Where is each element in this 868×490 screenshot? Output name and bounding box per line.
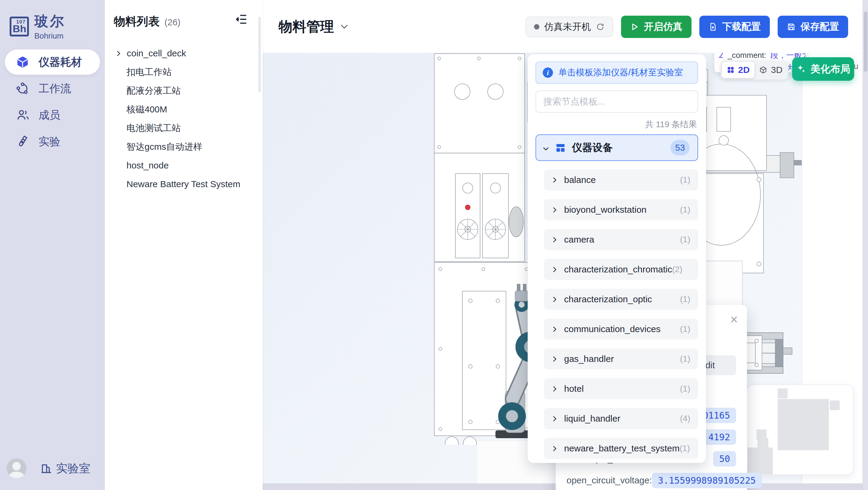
template-item-neware-battery-test-system[interactable]: neware_battery_test_system (1) (544, 438, 698, 459)
material-item[interactable]: 核磁400M (105, 100, 262, 119)
hint-banner: i 单击模板添加仪器/耗材至实验室 (535, 61, 698, 84)
template-item-camera[interactable]: camera (1) (544, 229, 698, 250)
grid-2d-icon (727, 66, 735, 74)
sidebar-item-instruments[interactable]: 仪器耗材 (5, 50, 100, 75)
data-value: 4192 (702, 429, 736, 445)
template-item-hotel[interactable]: hotel (1) (544, 378, 698, 399)
status-label: 仿真未开机 (544, 21, 591, 33)
sidebar-nav: 仪器耗材 工作流 成员 (0, 50, 105, 155)
sidebar-item-members[interactable]: 成员 (5, 103, 100, 128)
data-value: 3.1559998989105225 (652, 473, 762, 488)
toggle-3d-label: 3D (771, 65, 782, 75)
main-area: 物料管理 仿真未开机 开启仿真 (262, 0, 868, 490)
materials-list: coin_cell_deck 扣电工作站 配液分液工站 核磁400M 电池测试工… (105, 44, 262, 194)
chevron-down-icon (341, 22, 348, 29)
template-item-balance[interactable]: balance (1) (544, 169, 698, 191)
brand-name-zh: 玻尔 (34, 12, 66, 31)
results-count: 共 119 条结果 (535, 119, 697, 130)
save-config-button[interactable]: 保存配置 (778, 16, 848, 38)
logo-symbol: Bh (13, 23, 26, 35)
building-icon (40, 462, 53, 474)
start-simulation-button[interactable]: 开启仿真 (621, 16, 691, 38)
workflow-icon (16, 82, 30, 95)
tooltip-index: 2 (719, 53, 723, 61)
chevron-right-icon (551, 267, 556, 272)
sidebar-item-label: 工作流 (38, 81, 71, 96)
data-row: open_circuit_voltage: 3.1559998989105225 (566, 472, 736, 488)
template-item-gas-handler[interactable]: gas_handler (1) (544, 348, 698, 370)
sidebar-item-experiments[interactable]: 实验 (5, 129, 100, 154)
category-count-badge: 53 (671, 140, 690, 155)
page-title: 物料管理 (279, 18, 334, 36)
user-avatar[interactable] (7, 458, 27, 478)
chevron-right-icon (551, 177, 556, 183)
beautify-label: 美化布局 (810, 62, 850, 76)
data-label: open_circuit_voltage: (566, 475, 652, 486)
materials-title: 物料列表 (114, 14, 160, 29)
panel-scrollbar[interactable] (258, 17, 261, 92)
chevron-right-icon (551, 207, 556, 212)
chevron-right-icon (115, 51, 120, 56)
template-search-input[interactable] (535, 90, 698, 113)
play-icon (630, 22, 639, 31)
category-instruments[interactable]: 仪器设备 53 (535, 135, 698, 161)
materials-count: (26) (164, 17, 180, 27)
lab-switcher[interactable]: 实验室 (40, 461, 90, 476)
top-toolbar: 物料管理 仿真未开机 开启仿真 (262, 0, 868, 53)
cube-icon (16, 55, 30, 69)
sparkles-icon (796, 64, 806, 74)
template-list: balance (1) bioyond_workstation (1) came… (544, 169, 698, 459)
material-item[interactable]: host_node (105, 156, 262, 175)
sidebar-item-label: 成员 (38, 108, 60, 123)
chevron-right-icon (551, 237, 556, 242)
material-item-coin-cell-deck[interactable]: coin_cell_deck (105, 44, 262, 63)
refresh-icon[interactable] (596, 22, 605, 31)
download-config-button[interactable]: 下载配置 (699, 16, 770, 38)
cube-3d-icon (759, 66, 767, 74)
material-label: coin_cell_deck (127, 48, 186, 58)
scrollbar-thumb[interactable] (864, 11, 867, 72)
chevron-right-icon (551, 326, 556, 332)
template-item-characterization-chromatic[interactable]: characterization_chromatic (2) (544, 259, 698, 280)
save-icon (787, 22, 796, 31)
hint-text: 单击模板添加仪器/耗材至实验室 (558, 66, 683, 79)
sidebar-item-workflow[interactable]: 工作流 (5, 76, 100, 101)
sidebar-footer: 实验室 (0, 456, 105, 481)
toggle-2d[interactable]: 2D (722, 62, 754, 78)
layout-minimap[interactable] (746, 384, 854, 475)
chevron-right-icon (551, 446, 556, 451)
info-icon: i (543, 67, 553, 78)
material-item[interactable]: Neware Battery Test System (105, 175, 262, 194)
close-icon[interactable]: × (730, 313, 738, 326)
sidebar-item-label: 仪器耗材 (38, 55, 82, 69)
page-title-dropdown[interactable]: 物料管理 (279, 18, 347, 36)
simulation-status-pill[interactable]: 仿真未开机 (526, 17, 613, 37)
beautify-layout-button[interactable]: 美化布局 (792, 57, 854, 81)
category-label: 仪器设备 (572, 141, 613, 154)
file-download-icon (708, 22, 717, 31)
material-label: 电池测试工站 (126, 122, 181, 135)
brand-logo: 107 Bh 玻尔 Bohrium (10, 12, 66, 41)
chevron-right-icon (551, 296, 556, 302)
material-item[interactable]: 电池测试工站 (105, 119, 262, 137)
material-item[interactable]: 扣电工作站 (105, 63, 262, 81)
red-indicator (465, 205, 470, 210)
template-item-bioyond-workstation[interactable]: bioyond_workstation (1) (544, 199, 698, 220)
data-value: 50 (713, 451, 736, 466)
material-label: 智达gcms自动进样 (126, 141, 203, 153)
template-item-characterization-optic[interactable]: characterization_optic (1) (544, 289, 698, 310)
download-label: 下载配置 (722, 20, 761, 33)
start-label: 开启仿真 (644, 20, 682, 33)
chevron-right-icon (551, 356, 556, 362)
page-scrollbar[interactable] (863, 0, 868, 490)
material-item[interactable]: 智达gcms自动进样 (105, 137, 262, 156)
members-icon (16, 108, 30, 122)
app-root: 107 Bh 玻尔 Bohrium 仪器耗材 (0, 0, 868, 490)
material-item[interactable]: 配液分液工站 (105, 81, 262, 100)
toggle-3d[interactable]: 3D (754, 62, 787, 78)
sidebar-item-label: 实验 (38, 135, 60, 149)
template-item-liquid-handler[interactable]: liquid_handler (4) (544, 408, 698, 429)
template-item-communication-devices[interactable]: communication_devices (1) (544, 319, 698, 340)
chevron-right-icon (551, 416, 556, 421)
collapse-panel-icon[interactable] (235, 13, 248, 26)
